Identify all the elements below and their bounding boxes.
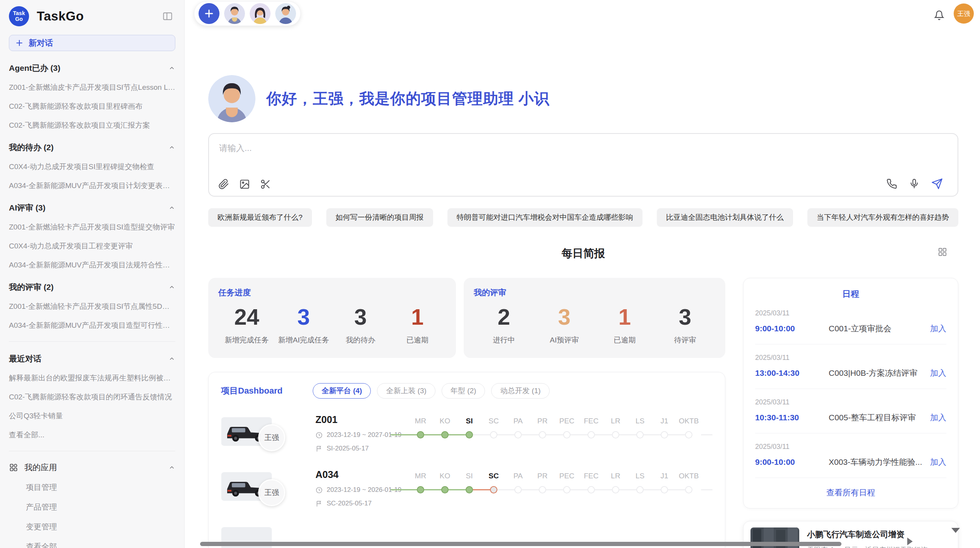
list-item[interactable]: C02-飞腾新能源轻客改款项目的闭环通告反馈情况 <box>9 392 175 402</box>
event-time: 9:00-10:00 <box>755 324 829 333</box>
milestone-dot <box>636 486 644 493</box>
list-item[interactable]: C02-飞腾新能源轻客改款项目立项汇报方案 <box>9 120 175 130</box>
list-item[interactable]: A034-全新新能源MUV产品开发项目法规符合性评审 <box>9 260 175 270</box>
join-meeting-link[interactable]: 加入 <box>930 323 946 334</box>
layout-settings-button[interactable] <box>937 247 947 258</box>
new-chat-button[interactable]: 新对话 <box>9 35 175 51</box>
section-title: Agent已办 (3) <box>9 63 60 74</box>
list-item[interactable]: C02-飞腾新能源轻客改款项目里程碑画布 <box>9 101 175 111</box>
stat-label: 新增完成任务 <box>218 335 275 345</box>
sidebar-item-product-mgmt[interactable]: 产品管理 <box>26 502 175 512</box>
horizontal-scrollbar[interactable] <box>200 542 841 546</box>
avatar[interactable] <box>250 3 271 24</box>
list-item[interactable]: Z001-全新燃油轻卡产品开发项目SI造型提交物评审 <box>9 222 175 232</box>
avatar[interactable] <box>275 3 296 24</box>
greeting-text: 你好，王强，我是你的项目管理助理 小识 <box>266 88 550 109</box>
scroll-down-arrow[interactable] <box>951 528 960 533</box>
sidebar-item-project-mgmt[interactable]: 项目管理 <box>26 482 175 493</box>
list-item[interactable]: 公司Q3轻卡销量 <box>9 411 175 421</box>
view-all-apps[interactable]: 查看全部... <box>26 541 175 548</box>
user-name: 王强 <box>957 9 970 18</box>
milestone-dot <box>588 486 595 493</box>
suggestion-chip[interactable]: 当下年轻人对汽车外观有怎样的喜好趋势 <box>807 208 958 227</box>
mic-icon <box>909 178 920 189</box>
avatar[interactable] <box>224 3 245 24</box>
view-all-schedule-link[interactable]: 查看所有日程 <box>744 478 958 508</box>
stat-ai-prereview: 3 AI预评审 <box>534 304 595 345</box>
app-logo: Task Go <box>9 6 29 26</box>
composer-right-tools <box>886 178 943 190</box>
list-item[interactable]: A034-全新新能源MUV产品开发项目计划变更表编写 <box>9 181 175 191</box>
composer-left-tools <box>218 179 271 190</box>
stat-value: 1 <box>389 304 446 330</box>
milestone-dot <box>417 431 424 438</box>
milestone-dot <box>612 486 619 493</box>
sidebar-item-change-mgmt[interactable]: 变更管理 <box>26 522 175 532</box>
send-button[interactable] <box>931 178 943 190</box>
stat-label: 待评审 <box>655 335 715 345</box>
suggestion-chip[interactable]: 欧洲新规最近颁布了什么? <box>208 208 312 227</box>
suggestion-chip[interactable]: 如何写一份清晰的项目周报 <box>326 208 433 227</box>
add-session-button[interactable] <box>199 3 219 24</box>
tab-new-body[interactable]: 全新上装 (3) <box>377 383 435 399</box>
voice-call-button[interactable] <box>886 178 897 189</box>
milestone-label: SI <box>466 416 473 426</box>
stat-value: 2 <box>474 304 534 330</box>
suggestion-chip[interactable]: 特朗普可能对进口汽车增税会对中国车企造成哪些影响 <box>447 208 642 227</box>
logo-line2: Go <box>15 16 22 22</box>
composer-input[interactable] <box>219 143 944 153</box>
milestone-dot <box>588 431 595 438</box>
stat-value: 3 <box>275 304 332 330</box>
section-header-ai-review[interactable]: AI评审 (3) <box>9 202 175 213</box>
list-item[interactable]: C0X4-动力总成开发项目SI里程碑提交物检查 <box>9 162 175 172</box>
taskgo-app: Task Go TaskGo 新对话 Agent已办 (3) Z001 <box>0 0 980 548</box>
app-title: TaskGo <box>37 9 84 24</box>
section-header-my-todo[interactable]: 我的待办 (2) <box>9 142 175 153</box>
section-header-recent-chats[interactable]: 最近对话 <box>9 353 175 364</box>
list-item[interactable]: A034-全新新能源MUV产品开发项目造型可行性评审 <box>9 320 175 331</box>
section-title: AI评审 (3) <box>9 202 46 213</box>
tab-year-model[interactable]: 年型 (2) <box>442 383 485 399</box>
section-header-agent-done[interactable]: Agent已办 (3) <box>9 63 175 74</box>
event-name: C001-立项审批会 <box>829 323 930 334</box>
daily-briefing-title: 每日简报 <box>562 246 605 261</box>
dashboard-tabs: 全新平台 (4) 全新上装 (3) 年型 (2) 动总开发 (1) <box>313 383 550 399</box>
join-meeting-link[interactable]: 加入 <box>930 368 946 378</box>
paperclip-icon <box>218 179 229 190</box>
main-area: 王强 你好，王强，我是你的项目管理助理 小识 <box>185 0 980 548</box>
schedule-event: 2025/03/11 10:30-11:30 C005-整车工程目标评审 加入 <box>755 389 946 433</box>
briefing-right-column: 日程 2025/03/11 9:00-10:00 C001-立项审批会 加入 2… <box>743 278 958 548</box>
project-row[interactable]: 王强 A034 2023-12-19 ~ 2026-01-19 <box>221 468 713 509</box>
section-header-my-review[interactable]: 我的评审 (2) <box>9 282 175 293</box>
chevron-up-icon <box>168 204 175 211</box>
event-time: 10:30-11:30 <box>755 413 829 422</box>
project-row[interactable]: 王强 Z001 2023-12-19 ~ 2027-01-19 <box>221 413 713 454</box>
list-item[interactable]: Z001-全新燃油皮卡产品开发项目SI节点Lesson Learn报告 <box>9 82 175 92</box>
screenshot-button[interactable] <box>260 179 271 190</box>
event-date: 2025/03/11 <box>755 354 946 362</box>
dashboard-title: 项目Dashboard <box>221 385 283 397</box>
list-item[interactable]: C0X4-动力总成开发项目工程变更评审 <box>9 241 175 251</box>
stat-label: 进行中 <box>474 335 534 345</box>
event-date: 2025/03/11 <box>755 309 946 317</box>
scroll-right-arrow[interactable] <box>907 538 913 545</box>
event-date: 2025/03/11 <box>755 398 946 406</box>
voice-input-button[interactable] <box>909 178 920 189</box>
tab-new-platform[interactable]: 全新平台 (4) <box>313 383 371 399</box>
plus-icon <box>203 8 215 19</box>
tab-powertrain[interactable]: 动总开发 (1) <box>491 383 550 399</box>
collapse-sidebar-button[interactable] <box>162 11 173 23</box>
join-meeting-link[interactable]: 加入 <box>930 412 946 423</box>
join-meeting-link[interactable]: 加入 <box>930 457 946 468</box>
view-all-chats[interactable]: 查看全部... <box>9 430 175 440</box>
milestone-chain: MRKOSISCPAPRPECFECLRLSJ1OKTB <box>405 416 713 438</box>
milestone-label: OKTB <box>679 471 699 481</box>
sidebar-item-my-apps[interactable]: 我的应用 <box>9 462 175 473</box>
assistant-avatar <box>208 75 255 122</box>
attach-file-button[interactable] <box>218 179 229 190</box>
list-item[interactable]: Z001-全新燃油轻卡产品开发项目SI节点属性5D文件评审 <box>9 301 175 312</box>
suggestion-chip[interactable]: 比亚迪全固态电池计划具体说了什么 <box>657 208 793 227</box>
insert-image-button[interactable] <box>239 179 250 190</box>
milestone-dot <box>514 431 522 438</box>
list-item[interactable]: 解释最新出台的欧盟报废车法规再生塑料比例被调至15%... <box>9 373 175 383</box>
